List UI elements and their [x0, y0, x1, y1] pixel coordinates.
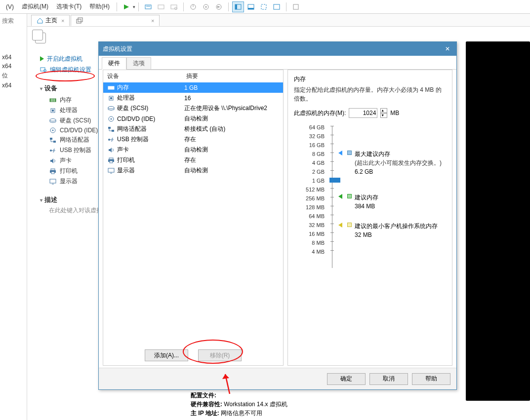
hdd-icon — [107, 105, 115, 112]
tab-vm[interactable]: × — [71, 15, 160, 26]
menu-item[interactable]: 虚拟机(M) — [18, 0, 52, 13]
tick-label: 64 GB — [294, 123, 325, 132]
hardware-row[interactable]: USB 控制器存在 — [103, 134, 283, 145]
unity-icon[interactable] — [271, 1, 283, 12]
svg-rect-48 — [108, 127, 111, 129]
tab-hardware[interactable]: 硬件 — [102, 57, 126, 70]
memory-desc: 指定分配给此虚拟机的内存量。内存大小必须为 4 MB 的倍数。 — [294, 85, 446, 103]
annotation-arrow — [222, 370, 237, 395]
menu-item[interactable]: 帮助(H) — [85, 0, 114, 13]
hw-label: CD/DVD (IDE) — [117, 115, 155, 122]
close-icon[interactable]: × — [61, 18, 64, 24]
hardware-list: 设备 摘要 内存1 GB处理器16硬盘 (SCSI)正在使用设备 \\.\Phy… — [103, 70, 284, 366]
ok-button[interactable]: 确定 — [327, 373, 366, 385]
ip-value: 网络信息不可用 — [221, 410, 262, 417]
search-input[interactable]: 搜索 — [0, 14, 27, 28]
hw-label: 声卡 — [117, 146, 129, 154]
hw-summary: 自动检测 — [184, 115, 208, 123]
snapshot-icon[interactable] — [187, 1, 199, 12]
hardware-row[interactable]: 硬盘 (SCSI)正在使用设备 \\.\PhysicalDrive2 — [103, 103, 283, 114]
close-icon[interactable]: × — [151, 18, 154, 24]
hw-summary: 存在 — [184, 135, 196, 144]
tree-item[interactable]: x64 — [0, 53, 27, 62]
hardware-row[interactable]: 内存1 GB — [103, 82, 283, 93]
memory-input[interactable] — [349, 108, 377, 118]
svg-rect-37 — [50, 179, 56, 183]
hw-summary: 正在使用设备 \\.\PhysicalDrive2 — [184, 104, 267, 113]
hw-label: 内存 — [117, 83, 129, 92]
vm-info: 配置文件: 硬件兼容性: Workstation 14.x 虚拟机 主 IP 地… — [191, 391, 287, 418]
config-file-label: 配置文件: — [191, 392, 216, 399]
device-label: 硬盘 (SCSI) — [60, 116, 91, 125]
hw-label: 显示器 — [117, 166, 135, 175]
dropdown-icon[interactable]: ▾ — [133, 4, 135, 9]
tick-label: 512 MB — [294, 185, 325, 194]
cpu-icon — [107, 95, 115, 102]
tick-label: 256 MB — [294, 194, 325, 203]
snapshot-icon[interactable] — [213, 1, 225, 12]
tree-item[interactable]: x64 — [0, 62, 27, 71]
menu-item[interactable]: 选项卡(T) — [52, 0, 85, 13]
tick-label: 4 MB — [294, 247, 325, 256]
cpu-icon — [49, 107, 57, 114]
cd-icon — [49, 127, 57, 134]
toolbar-icon[interactable] — [290, 1, 302, 12]
memory-slider[interactable] — [327, 123, 336, 271]
hw-summary: 存在 — [184, 156, 196, 164]
hardware-row[interactable]: 声卡自动检测 — [103, 145, 283, 155]
fullscreen-icon[interactable] — [258, 1, 270, 12]
svg-rect-18 — [77, 19, 81, 23]
hw-summary: 1 GB — [184, 84, 198, 91]
tab-options[interactable]: 选项 — [126, 57, 151, 70]
printer-icon — [49, 168, 57, 175]
hardware-row[interactable]: 显示器自动检测 — [103, 165, 283, 176]
device-label: 内存 — [60, 96, 72, 104]
tick-label: 32 GB — [294, 132, 325, 141]
hardware-row[interactable]: 网络适配器桥接模式 (自动) — [103, 124, 283, 134]
svg-rect-12 — [235, 4, 237, 9]
svg-point-30 — [52, 130, 54, 131]
hardware-row[interactable]: 打印机存在 — [103, 155, 283, 165]
dialog-titlebar[interactable]: 虚拟机设置 ✕ — [99, 42, 456, 56]
device-label: 网络适配器 — [60, 136, 89, 144]
spinner-down-icon: ▼ — [380, 113, 387, 118]
device-label: 显示器 — [60, 177, 78, 186]
tab-label: 主页 — [45, 16, 57, 25]
svg-rect-54 — [108, 168, 114, 172]
cancel-button[interactable]: 取消 — [369, 373, 408, 385]
device-label: CD/DVD (IDE) — [60, 127, 98, 134]
svg-point-45 — [108, 106, 114, 109]
compat-value: Workstation 14.x 虚拟机 — [224, 401, 287, 408]
play-icon[interactable] — [121, 1, 132, 12]
help-button[interactable]: 帮助 — [412, 373, 450, 385]
snapshot-icon[interactable] — [200, 1, 212, 12]
hardware-row[interactable]: 处理器16 — [103, 93, 283, 103]
svg-rect-3 — [158, 5, 164, 9]
tick-label: 32 MB — [294, 221, 325, 229]
compat-label: 硬件兼容性: — [191, 401, 222, 408]
marker-max: 最大建议内存(超出此大小可能发生内存交换。)6.2 GB — [338, 150, 442, 176]
tab-home[interactable]: 主页 × — [31, 15, 70, 26]
toolbar-icon[interactable] — [155, 1, 167, 12]
hardware-row[interactable]: CD/DVD (IDE)自动检测 — [103, 114, 283, 124]
svg-rect-53 — [110, 161, 113, 163]
toolbar-icon[interactable] — [168, 1, 180, 12]
svg-rect-36 — [51, 172, 54, 174]
tree-item[interactable]: x64 — [0, 81, 27, 90]
svg-rect-44 — [110, 97, 112, 99]
device-label: 打印机 — [60, 167, 78, 175]
tick-label: 128 MB — [294, 203, 325, 212]
add-button[interactable]: 添加(A)... — [145, 349, 188, 361]
svg-marker-10 — [217, 6, 220, 8]
toolbar-icon[interactable] — [142, 1, 154, 12]
menu-item[interactable]: (V) — [2, 1, 18, 12]
layout-icon[interactable] — [245, 1, 257, 12]
tick-label: 8 GB — [294, 150, 325, 158]
close-icon[interactable]: ✕ — [443, 45, 452, 52]
marker-minimum: 建议的最小客户机操作系统内存32 MB — [338, 222, 438, 239]
memory-header: 内存 — [294, 75, 446, 83]
tree-item[interactable]: 位 — [0, 71, 27, 81]
spinner[interactable]: ▲▼ — [380, 108, 387, 118]
layout-icon[interactable] — [232, 1, 244, 12]
svg-rect-19 — [78, 18, 82, 22]
